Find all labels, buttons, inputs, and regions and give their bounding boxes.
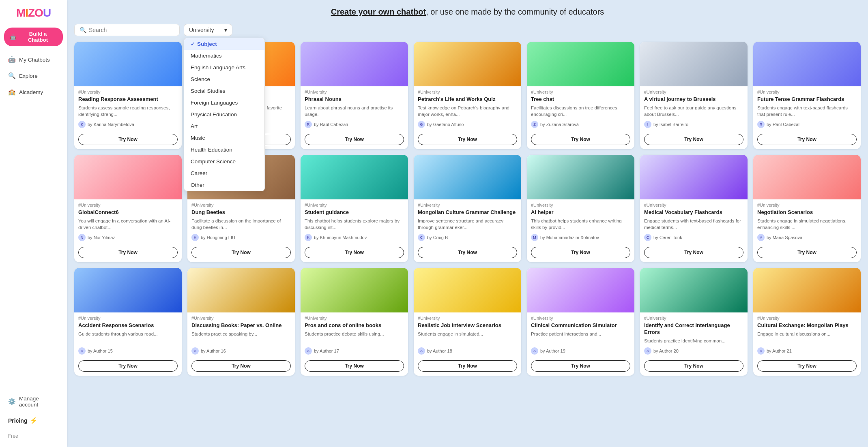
card-item: #University Accident Response Scenarios …	[74, 268, 182, 376]
card-tag: #University	[418, 203, 517, 207]
try-now-button[interactable]: Try Now	[757, 134, 857, 145]
try-now-button[interactable]: Try Now	[644, 360, 743, 372]
card-title: Reading Response Assessment	[78, 96, 178, 103]
card-description: Facilitates discussions on tree differen…	[531, 105, 630, 118]
pricing-button[interactable]: Pricing ⚡	[4, 413, 63, 428]
filter-option-career[interactable]: Career	[184, 167, 264, 179]
filter-option-art[interactable]: Art	[184, 120, 264, 132]
card-author: M by Muhammadazim Xolmatov	[531, 234, 630, 241]
card-body: #University Accident Response Scenarios …	[74, 312, 182, 358]
card-image	[640, 155, 748, 199]
filter-option-computer-science[interactable]: Computer Science	[184, 156, 264, 167]
filter-option-label: Career	[191, 170, 207, 176]
card-item: #University Identify and Correct Interla…	[640, 268, 748, 376]
my-chatbots-label: My Chatbots	[19, 57, 50, 63]
card-image	[187, 268, 295, 312]
try-now-button[interactable]: Try Now	[757, 247, 857, 258]
create-chatbot-link[interactable]: Create your own chatbot	[331, 7, 426, 16]
filter-option-label: Subject	[197, 41, 217, 47]
card-footer: Try Now	[74, 131, 182, 149]
card-title: Negotiation Scenarios	[757, 209, 857, 216]
sidebar-item-my-chatbots[interactable]: 🤖 My Chatbots	[4, 53, 63, 66]
try-now-button[interactable]: Try Now	[191, 360, 291, 372]
card-description: Students practice identifying common...	[644, 338, 743, 344]
card-image	[301, 155, 408, 199]
card-tag: #University	[418, 316, 517, 321]
card-tag: #University	[305, 90, 404, 94]
try-now-button[interactable]: Try Now	[305, 247, 404, 258]
try-now-button[interactable]: Try Now	[531, 247, 630, 258]
try-now-button[interactable]: Try Now	[191, 247, 291, 258]
card-footer: Try Now	[301, 131, 408, 149]
card-body: #University Realistic Job Interview Scen…	[414, 312, 521, 358]
author-name: by Isabel Barreiro	[653, 122, 688, 127]
filter-option-social-studies[interactable]: Social Studies	[184, 85, 264, 97]
filter-option-physical-education[interactable]: Physical Education	[184, 109, 264, 120]
card-body: #University Pros and cons of online book…	[301, 312, 408, 358]
search-icon: 🔍	[79, 27, 86, 33]
search-input[interactable]	[89, 27, 174, 33]
try-now-button[interactable]: Try Now	[644, 247, 743, 258]
card-description: You will engage in a conversation with a…	[78, 218, 178, 231]
card-body: #University Phrasal Nouns Learn about ph…	[301, 86, 408, 131]
try-now-button[interactable]: Try Now	[644, 134, 743, 145]
filter-option-label: Physical Education	[191, 111, 237, 118]
filter-option-music[interactable]: Music	[184, 132, 264, 144]
try-now-button[interactable]: Try Now	[78, 134, 178, 145]
card-footer: Try Now	[187, 244, 295, 262]
sidebar-item-alcademy[interactable]: 🏫 Alcademy	[4, 85, 63, 99]
filter-option-mathematics[interactable]: Mathematics	[184, 50, 264, 62]
card-image	[527, 42, 634, 86]
card-description: Practice patient interactions and...	[531, 331, 630, 344]
filter-option-english[interactable]: English Language Arts	[184, 62, 264, 73]
card-image	[414, 42, 521, 86]
sidebar-item-manage-account[interactable]: ⚙️ Manage account	[4, 392, 63, 411]
card-footer: Try Now	[753, 244, 861, 262]
try-now-button[interactable]: Try Now	[305, 360, 404, 372]
card-title: Mongolian Culture Grammar Challenge	[418, 209, 517, 216]
card-body: #University Mongolian Culture Grammar Ch…	[414, 199, 521, 244]
card-description: Feel free to ask our tour guide any ques…	[644, 105, 743, 118]
try-now-button[interactable]: Try Now	[531, 134, 630, 145]
try-now-button[interactable]: Try Now	[418, 134, 517, 145]
chevron-down-icon: ▾	[224, 27, 227, 33]
card-author: A by Author 20	[644, 347, 743, 355]
card-item: #University Future Tense Grammar Flashca…	[753, 42, 861, 149]
card-image	[301, 268, 408, 312]
try-now-button[interactable]: Try Now	[78, 360, 178, 372]
card-author: A by Author 19	[531, 347, 630, 355]
author-name: by Gaetano Affuso	[427, 122, 464, 127]
author-name: by Author 16	[201, 349, 226, 353]
card-title: Student guidance	[305, 209, 404, 216]
card-author: C by Craig B	[418, 234, 517, 241]
filter-option-subject[interactable]: ✓ Subject	[184, 38, 264, 50]
author-avatar: A	[418, 347, 425, 355]
try-now-button[interactable]: Try Now	[305, 134, 404, 145]
card-title: A virtual journey to Brussels	[644, 96, 743, 103]
pricing-label: Pricing	[8, 417, 27, 424]
author-name: by Raúl Cabezalí	[767, 122, 801, 127]
build-chatbot-button[interactable]: 🤖 Build a Chatbot	[4, 28, 63, 46]
filter-option-other[interactable]: Other	[184, 179, 264, 191]
filter-option-health-education[interactable]: Health Education	[184, 144, 264, 156]
author-name: by Author 19	[540, 349, 565, 353]
try-now-button[interactable]: Try Now	[78, 247, 178, 258]
filter-button[interactable]: University ▾	[184, 24, 232, 36]
card-body: #University Negotiation Scenarios Studen…	[753, 199, 861, 244]
try-now-button[interactable]: Try Now	[757, 360, 857, 372]
author-avatar: C	[644, 234, 651, 241]
try-now-button[interactable]: Try Now	[531, 360, 630, 372]
chatbot-icon: 🤖	[8, 56, 16, 63]
author-avatar: N	[78, 234, 86, 241]
try-now-button[interactable]: Try Now	[418, 360, 517, 372]
try-now-button[interactable]: Try Now	[418, 247, 517, 258]
filter-option-foreign-languages[interactable]: Foreign Languages	[184, 97, 264, 109]
sidebar-item-explore[interactable]: 🔍 Explore	[4, 69, 63, 83]
card-footer: Try Now	[414, 244, 521, 262]
card-footer: Try Now	[527, 358, 634, 376]
filter-option-science[interactable]: Science	[184, 73, 264, 85]
card-author: I by Isabel Barreiro	[644, 121, 743, 128]
card-description: Improve sentence structure and accuracy …	[418, 218, 517, 231]
card-description: Students practice debate skills using...	[305, 331, 404, 344]
card-title: Phrasal Nouns	[305, 96, 404, 103]
